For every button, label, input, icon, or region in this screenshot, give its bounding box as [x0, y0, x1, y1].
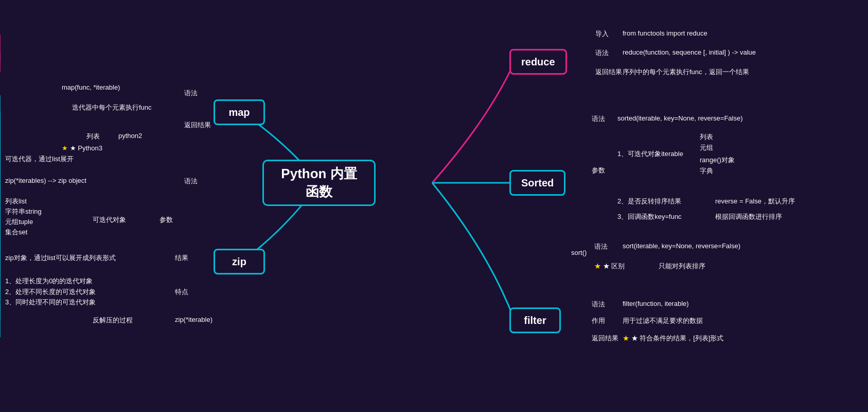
filter-syntax-value: filter(function, iterable)	[623, 300, 689, 307]
sorted-tuple-label: 元组	[700, 143, 713, 152]
mindmap-container: Python 内置函数 map zip reduce Sorted filter…	[0, 0, 868, 412]
sorted-param-label: 参数	[592, 166, 605, 175]
zip-param-label: 参数	[160, 215, 173, 225]
filter-use-value: 用于过滤不满足要求的数据	[623, 316, 703, 325]
map-list-label: 列表	[86, 132, 100, 141]
sorted-syntax-value: sorted(iterable, key=None, reverse=False…	[617, 114, 743, 122]
sort-label: sort()	[571, 249, 587, 256]
zip-set-label: 集合set	[5, 228, 27, 237]
map-syntax-label: 语法	[184, 89, 198, 98]
map-iter2-label: 可迭代器，通过list展开	[5, 154, 74, 164]
zip-iterable-label: 可迭代对象	[93, 215, 126, 225]
sorted-syntax-label: 语法	[592, 114, 605, 124]
filter-return-label: 返回结果	[592, 334, 618, 343]
reduce-syntax-label: 语法	[595, 48, 609, 58]
sorted-list-label: 列表	[700, 132, 713, 142]
sort-syntax-label: 语法	[594, 242, 608, 251]
sorted-node: Sorted	[509, 170, 565, 196]
sorted-label: Sorted	[521, 177, 554, 189]
zip-f3: 3、同时处理不同的可迭代对象	[5, 298, 96, 307]
map-node: map	[214, 99, 265, 125]
zip-string-label: 字符串string	[5, 207, 42, 216]
zip-node: zip	[214, 249, 265, 274]
zip-decompress-label: 反解压的过程	[93, 316, 133, 325]
reduce-import-value: from functools import reduce	[623, 29, 707, 37]
reduce-syntax-value: reduce(function, sequence [, initial] ) …	[623, 48, 756, 56]
reduce-return-label: 返回结果	[595, 67, 622, 77]
center-label: Python 内置函数	[279, 165, 359, 201]
sorted-key-value: 根据回调函数进行排序	[715, 212, 782, 221]
sorted-iter-label: 1、可迭代对象iterable	[617, 149, 683, 159]
zip-f1: 1、处理长度为0的的迭代对象	[5, 277, 93, 286]
filter-use-label: 作用	[592, 316, 605, 325]
reduce-label: reduce	[521, 56, 555, 68]
sorted-key-label: 3、回调函数key=func	[617, 212, 682, 221]
zip-result-label: 结果	[175, 253, 188, 263]
map-iter-label: 迭代器中每个元素执行func	[72, 103, 152, 112]
sorted-reverse-value: reverse = False，默认升序	[715, 197, 795, 206]
zip-decompress-value: zip(*iterable)	[175, 316, 212, 323]
zip-tuple-label: 元组tuple	[5, 217, 33, 227]
reduce-return-value: 序列中的每个元素执行func，返回一个结果	[623, 67, 749, 77]
zip-syntax-value: zip(*iterables) --> zip object	[5, 177, 86, 184]
zip-list-label: 列表list	[5, 197, 27, 206]
center-node: Python 内置函数	[262, 160, 376, 206]
map-python3-label: ★ ★ Python3	[62, 144, 102, 152]
zip-feature-label: 特点	[175, 287, 188, 297]
map-list-value: python2	[118, 132, 142, 140]
reduce-node: reduce	[509, 49, 567, 75]
filter-label: filter	[524, 315, 546, 327]
reduce-import-label: 导入	[595, 29, 609, 39]
zip-f2: 2、处理不同长度的可迭代对象	[5, 287, 96, 297]
zip-syntax-label: 语法	[184, 177, 198, 186]
sort-syntax-value: sort(iterable, key=None, reverse=False)	[623, 242, 740, 250]
sorted-dict-label: 字典	[700, 166, 713, 176]
connections-svg	[0, 0, 868, 412]
map-return-label: 返回结果	[184, 121, 211, 130]
filter-node: filter	[509, 307, 561, 333]
filter-syntax-label: 语法	[592, 300, 605, 309]
sorted-range-label: range()对象	[700, 156, 735, 165]
map-syntax-value: map(func, *iterable)	[62, 83, 120, 91]
sort-diff-value: 只能对列表排序	[659, 262, 705, 271]
sort-diff-label: ★ ★ 区别	[594, 262, 625, 271]
map-label: map	[228, 107, 250, 118]
filter-return-value: ★ ★ 符合条件的结果，[列表]形式	[623, 334, 723, 343]
zip-result-value: zip对象，通过list可以展开成列表形式	[5, 253, 116, 263]
sorted-reverse-label: 2、是否反转排序结果	[617, 197, 681, 206]
zip-label: zip	[232, 256, 246, 268]
